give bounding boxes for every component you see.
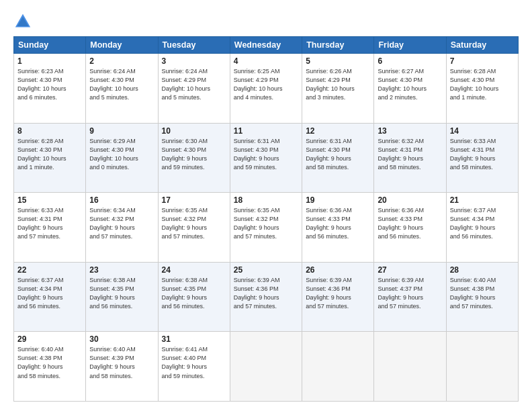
day-number: 7 bbox=[450, 56, 515, 66]
calendar-day-header: Friday bbox=[374, 37, 446, 54]
calendar-day-cell: 23 Sunrise: 6:38 AMSunset: 4:35 PMDaylig… bbox=[86, 262, 158, 332]
day-number: 23 bbox=[89, 265, 154, 275]
day-number: 6 bbox=[378, 56, 442, 66]
day-number: 14 bbox=[450, 126, 515, 136]
day-number: 20 bbox=[378, 195, 442, 205]
day-info: Sunrise: 6:39 AMSunset: 4:36 PMDaylight:… bbox=[234, 276, 298, 311]
day-info: Sunrise: 6:40 AMSunset: 4:39 PMDaylight:… bbox=[89, 345, 154, 380]
calendar-week-row: 22 Sunrise: 6:37 AMSunset: 4:34 PMDaylig… bbox=[14, 262, 519, 332]
calendar-day-cell: 24 Sunrise: 6:38 AMSunset: 4:35 PMDaylig… bbox=[158, 262, 230, 332]
day-info: Sunrise: 6:27 AMSunset: 4:30 PMDaylight:… bbox=[378, 67, 442, 102]
day-number: 30 bbox=[89, 334, 154, 344]
day-number: 17 bbox=[162, 195, 226, 205]
calendar-day-cell: 6 Sunrise: 6:27 AMSunset: 4:30 PMDayligh… bbox=[374, 54, 446, 124]
day-info: Sunrise: 6:35 AMSunset: 4:32 PMDaylight:… bbox=[162, 206, 226, 241]
calendar-day-cell: 25 Sunrise: 6:39 AMSunset: 4:36 PMDaylig… bbox=[230, 262, 302, 332]
calendar-day-cell: 11 Sunrise: 6:31 AMSunset: 4:30 PMDaylig… bbox=[230, 123, 302, 193]
day-number: 4 bbox=[234, 56, 298, 66]
day-info: Sunrise: 6:40 AMSunset: 4:38 PMDaylight:… bbox=[17, 345, 82, 380]
calendar-day-header: Saturday bbox=[446, 37, 518, 54]
calendar-day-header: Thursday bbox=[302, 37, 374, 54]
calendar-day-cell: 14 Sunrise: 6:33 AMSunset: 4:31 PMDaylig… bbox=[446, 123, 518, 193]
day-info: Sunrise: 6:37 AMSunset: 4:34 PMDaylight:… bbox=[450, 206, 515, 241]
day-number: 28 bbox=[450, 265, 515, 275]
day-info: Sunrise: 6:23 AMSunset: 4:30 PMDaylight:… bbox=[17, 67, 82, 102]
calendar-day-cell: 1 Sunrise: 6:23 AMSunset: 4:30 PMDayligh… bbox=[14, 54, 86, 124]
day-info: Sunrise: 6:28 AMSunset: 4:30 PMDaylight:… bbox=[450, 67, 515, 102]
calendar-day-cell: 13 Sunrise: 6:32 AMSunset: 4:31 PMDaylig… bbox=[374, 123, 446, 193]
day-info: Sunrise: 6:24 AMSunset: 4:29 PMDaylight:… bbox=[162, 67, 226, 102]
calendar-day-cell: 28 Sunrise: 6:40 AMSunset: 4:38 PMDaylig… bbox=[446, 262, 518, 332]
calendar-day-header: Tuesday bbox=[158, 37, 230, 54]
calendar-day-header: Sunday bbox=[14, 37, 86, 54]
day-number: 11 bbox=[234, 126, 298, 136]
day-number: 31 bbox=[162, 334, 226, 344]
day-info: Sunrise: 6:36 AMSunset: 4:33 PMDaylight:… bbox=[306, 206, 370, 241]
day-info: Sunrise: 6:34 AMSunset: 4:32 PMDaylight:… bbox=[89, 206, 154, 241]
calendar-day-cell: 17 Sunrise: 6:35 AMSunset: 4:32 PMDaylig… bbox=[158, 193, 230, 263]
day-number: 9 bbox=[89, 126, 154, 136]
calendar-day-cell: 30 Sunrise: 6:40 AMSunset: 4:39 PMDaylig… bbox=[86, 332, 158, 402]
calendar-empty-cell bbox=[230, 332, 302, 402]
calendar-day-cell: 26 Sunrise: 6:39 AMSunset: 4:36 PMDaylig… bbox=[302, 262, 374, 332]
calendar-day-header: Monday bbox=[86, 37, 158, 54]
day-number: 3 bbox=[162, 56, 226, 66]
day-info: Sunrise: 6:40 AMSunset: 4:38 PMDaylight:… bbox=[450, 276, 515, 311]
day-info: Sunrise: 6:38 AMSunset: 4:35 PMDaylight:… bbox=[89, 276, 154, 311]
calendar-table: SundayMondayTuesdayWednesdayThursdayFrid… bbox=[13, 36, 519, 402]
calendar-day-cell: 10 Sunrise: 6:30 AMSunset: 4:30 PMDaylig… bbox=[158, 123, 230, 193]
calendar-day-cell: 8 Sunrise: 6:28 AMSunset: 4:30 PMDayligh… bbox=[14, 123, 86, 193]
calendar-day-cell: 22 Sunrise: 6:37 AMSunset: 4:34 PMDaylig… bbox=[14, 262, 86, 332]
calendar-header-row: SundayMondayTuesdayWednesdayThursdayFrid… bbox=[14, 37, 519, 54]
day-number: 19 bbox=[306, 195, 370, 205]
day-info: Sunrise: 6:26 AMSunset: 4:29 PMDaylight:… bbox=[306, 67, 370, 102]
calendar-empty-cell bbox=[374, 332, 446, 402]
day-info: Sunrise: 6:25 AMSunset: 4:29 PMDaylight:… bbox=[234, 67, 298, 102]
day-number: 5 bbox=[306, 56, 370, 66]
day-info: Sunrise: 6:41 AMSunset: 4:40 PMDaylight:… bbox=[162, 345, 226, 380]
day-info: Sunrise: 6:28 AMSunset: 4:30 PMDaylight:… bbox=[17, 137, 82, 172]
day-info: Sunrise: 6:36 AMSunset: 4:33 PMDaylight:… bbox=[378, 206, 442, 241]
calendar-day-cell: 4 Sunrise: 6:25 AMSunset: 4:29 PMDayligh… bbox=[230, 54, 302, 124]
logo-icon bbox=[13, 12, 32, 31]
day-number: 2 bbox=[89, 56, 154, 66]
day-number: 24 bbox=[162, 265, 226, 275]
calendar-day-cell: 7 Sunrise: 6:28 AMSunset: 4:30 PMDayligh… bbox=[446, 54, 518, 124]
calendar-day-cell: 29 Sunrise: 6:40 AMSunset: 4:38 PMDaylig… bbox=[14, 332, 86, 402]
calendar-day-cell: 27 Sunrise: 6:39 AMSunset: 4:37 PMDaylig… bbox=[374, 262, 446, 332]
calendar-day-cell: 21 Sunrise: 6:37 AMSunset: 4:34 PMDaylig… bbox=[446, 193, 518, 263]
day-info: Sunrise: 6:39 AMSunset: 4:36 PMDaylight:… bbox=[306, 276, 370, 311]
day-info: Sunrise: 6:33 AMSunset: 4:31 PMDaylight:… bbox=[450, 137, 515, 172]
day-info: Sunrise: 6:31 AMSunset: 4:30 PMDaylight:… bbox=[234, 137, 298, 172]
calendar-day-cell: 18 Sunrise: 6:35 AMSunset: 4:32 PMDaylig… bbox=[230, 193, 302, 263]
day-number: 21 bbox=[450, 195, 515, 205]
calendar-empty-cell bbox=[302, 332, 374, 402]
calendar-day-cell: 16 Sunrise: 6:34 AMSunset: 4:32 PMDaylig… bbox=[86, 193, 158, 263]
calendar-day-header: Wednesday bbox=[230, 37, 302, 54]
day-number: 12 bbox=[306, 126, 370, 136]
day-info: Sunrise: 6:29 AMSunset: 4:30 PMDaylight:… bbox=[89, 137, 154, 172]
page-header bbox=[13, 12, 519, 31]
day-number: 13 bbox=[378, 126, 442, 136]
day-number: 16 bbox=[89, 195, 154, 205]
day-number: 15 bbox=[17, 195, 82, 205]
day-info: Sunrise: 6:33 AMSunset: 4:31 PMDaylight:… bbox=[17, 206, 82, 241]
day-number: 1 bbox=[17, 56, 82, 66]
day-number: 25 bbox=[234, 265, 298, 275]
day-info: Sunrise: 6:35 AMSunset: 4:32 PMDaylight:… bbox=[234, 206, 298, 241]
calendar-day-cell: 31 Sunrise: 6:41 AMSunset: 4:40 PMDaylig… bbox=[158, 332, 230, 402]
calendar-week-row: 29 Sunrise: 6:40 AMSunset: 4:38 PMDaylig… bbox=[14, 332, 519, 402]
calendar-day-cell: 3 Sunrise: 6:24 AMSunset: 4:29 PMDayligh… bbox=[158, 54, 230, 124]
calendar-week-row: 8 Sunrise: 6:28 AMSunset: 4:30 PMDayligh… bbox=[14, 123, 519, 193]
calendar-empty-cell bbox=[446, 332, 518, 402]
calendar-week-row: 15 Sunrise: 6:33 AMSunset: 4:31 PMDaylig… bbox=[14, 193, 519, 263]
day-info: Sunrise: 6:39 AMSunset: 4:37 PMDaylight:… bbox=[378, 276, 442, 311]
day-number: 26 bbox=[306, 265, 370, 275]
day-info: Sunrise: 6:31 AMSunset: 4:30 PMDaylight:… bbox=[306, 137, 370, 172]
day-number: 27 bbox=[378, 265, 442, 275]
day-info: Sunrise: 6:38 AMSunset: 4:35 PMDaylight:… bbox=[162, 276, 226, 311]
day-number: 18 bbox=[234, 195, 298, 205]
day-info: Sunrise: 6:30 AMSunset: 4:30 PMDaylight:… bbox=[162, 137, 226, 172]
calendar-day-cell: 19 Sunrise: 6:36 AMSunset: 4:33 PMDaylig… bbox=[302, 193, 374, 263]
calendar-day-cell: 12 Sunrise: 6:31 AMSunset: 4:30 PMDaylig… bbox=[302, 123, 374, 193]
